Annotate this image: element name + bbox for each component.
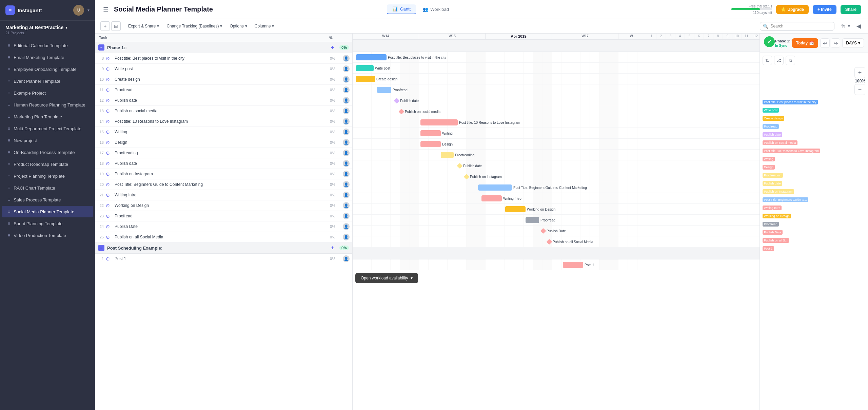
task-checkbox[interactable]: ⊙ — [106, 77, 113, 82]
add-task-button[interactable]: + — [100, 21, 110, 31]
right-panel-bar[interactable]: Proofreading — [763, 173, 783, 178]
right-panel-bar[interactable]: Publish on all S... — [763, 238, 789, 243]
task-name[interactable]: Post 1 — [113, 256, 325, 261]
gantt-bar[interactable] — [505, 206, 526, 212]
right-panel-bar[interactable]: Writing Intro — [763, 206, 782, 210]
sidebar-item-employee[interactable]: ≡Employee Onboarding Template — [2, 63, 93, 75]
right-panel-bar[interactable]: Publish date — [763, 132, 782, 137]
task-checkbox[interactable]: ⊙ — [106, 150, 113, 156]
gantt-bar[interactable] — [526, 217, 539, 223]
gantt-bar[interactable] — [420, 119, 458, 125]
task-assign[interactable]: 👤 — [340, 65, 352, 72]
share-button[interactable]: Share — [841, 5, 861, 14]
sidebar-item-social[interactable]: ≡Social Media Planner Template — [2, 206, 93, 217]
task-name[interactable]: Proofread — [113, 87, 325, 92]
sidebar-item-product[interactable]: ≡Product Roadmap Template — [2, 158, 93, 170]
right-panel-bar[interactable]: Post title: Best places to visit in the … — [763, 100, 818, 104]
right-panel-bar[interactable]: Create design — [763, 116, 784, 121]
right-panel-bar[interactable]: Publish on Instagram — [763, 189, 794, 194]
chevron-down-icon[interactable]: ▾ — [87, 8, 90, 13]
gantt-bar[interactable] — [377, 87, 391, 93]
task-checkbox[interactable]: ⊙ — [106, 213, 113, 219]
add-task-section-button[interactable]: + — [331, 44, 334, 51]
undo-button[interactable]: ↩ — [820, 38, 830, 48]
hamburger-button[interactable]: ☰ — [102, 4, 110, 15]
gantt-bar[interactable] — [441, 152, 454, 158]
sidebar-item-email[interactable]: ≡Email Marketing Template — [2, 52, 93, 63]
gantt-bar[interactable] — [563, 262, 583, 268]
task-name[interactable]: Post title: 10 Reasons to Love Instagram — [113, 119, 325, 124]
task-checkbox[interactable]: ⊙ — [106, 161, 113, 166]
avatar[interactable]: U — [73, 5, 84, 16]
change-tracking-button[interactable]: Change Tracking (Baselines) ▾ — [163, 22, 225, 30]
right-panel-bar[interactable]: Post title: 10 Reasons to Love Instagram — [763, 149, 820, 153]
task-checkbox[interactable]: ⊙ — [106, 256, 113, 261]
task-checkbox[interactable]: ⊙ — [106, 129, 113, 135]
right-panel-bar[interactable]: Write post — [763, 108, 779, 113]
add-task-section-button[interactable]: + — [331, 245, 334, 251]
task-name[interactable]: Write post — [113, 66, 325, 71]
sidebar-item-event[interactable]: ≡Event Planner Template — [2, 75, 93, 87]
right-panel-bar[interactable]: Post 1 — [763, 246, 774, 251]
back-arrow-button[interactable]: ◀ — [855, 21, 863, 31]
task-checkbox[interactable]: ⊙ — [106, 56, 113, 61]
task-assign[interactable]: 👤 — [340, 108, 352, 114]
task-assign[interactable]: 👤 — [340, 55, 352, 62]
gantt-bar[interactable] — [356, 76, 375, 82]
sidebar-item-project[interactable]: ≡Project Planning Template — [2, 170, 93, 182]
options-button[interactable]: Options ▾ — [226, 22, 250, 30]
gantt-bar[interactable] — [481, 195, 502, 201]
gantt-bar[interactable] — [356, 54, 387, 60]
task-checkbox[interactable]: ⊙ — [106, 182, 113, 187]
task-checkbox[interactable]: ⊙ — [106, 171, 113, 177]
right-panel-bar[interactable]: Publish on social media — [763, 140, 797, 145]
task-name[interactable]: Proofreading — [113, 151, 325, 155]
right-panel-bar[interactable]: Working on Design — [763, 214, 791, 218]
task-name[interactable]: Create design — [113, 77, 325, 82]
sidebar-item-hr[interactable]: ≡Human Resource Planning Template — [2, 99, 93, 111]
columns-button[interactable]: Columns ▾ — [251, 22, 277, 30]
sidebar-item-video[interactable]: ≡Video Production Template — [2, 230, 93, 241]
filter-button[interactable]: ⇅ — [763, 56, 772, 65]
task-assign[interactable]: 👤 — [340, 171, 352, 177]
task-assign[interactable]: 👤 — [340, 255, 352, 262]
right-panel-bar[interactable]: Publish date — [763, 181, 782, 186]
task-name[interactable]: Writing Intro — [113, 193, 325, 197]
right-panel-bar[interactable]: Publish Date — [763, 230, 783, 235]
task-name[interactable]: Post Title: Beginners Guide to Content M… — [113, 182, 325, 187]
workload-bar[interactable]: Open workload availability ▾ — [355, 273, 418, 283]
task-assign[interactable]: 👤 — [340, 139, 352, 146]
right-panel-bar[interactable]: Design — [763, 165, 775, 170]
task-name[interactable]: Working on Design — [113, 203, 325, 208]
task-name[interactable]: Publish Date — [113, 224, 325, 229]
task-assign[interactable]: 👤 — [340, 202, 352, 209]
upgrade-button[interactable]: ⭐ Upgrade — [776, 5, 809, 14]
gantt-bar[interactable] — [356, 65, 374, 71]
task-assign[interactable]: 👤 — [340, 129, 352, 135]
right-panel-bar[interactable]: Proofread — [763, 222, 779, 227]
right-panel-bar[interactable]: Writing — [763, 157, 775, 161]
task-checkbox[interactable]: ⊙ — [106, 224, 113, 229]
right-panel-bar[interactable]: Proofread — [763, 124, 779, 129]
sidebar-item-sales[interactable]: ≡Sales Process Template — [2, 194, 93, 206]
copy-button[interactable]: ⧉ — [786, 56, 795, 65]
invite-button[interactable]: + Invite — [813, 5, 836, 14]
task-name[interactable]: Publish date — [113, 98, 325, 103]
task-name[interactable]: Design — [113, 140, 325, 145]
task-name[interactable]: Writing — [113, 130, 325, 134]
gantt-bar[interactable] — [420, 141, 441, 147]
task-assign[interactable]: 👤 — [340, 192, 352, 198]
sidebar-item-multi[interactable]: ≡Multi-Department Project Template — [2, 123, 93, 134]
task-checkbox[interactable]: ⊙ — [106, 234, 113, 240]
task-assign[interactable]: 👤 — [340, 234, 352, 240]
tab-gantt[interactable]: 📊 Gantt — [387, 4, 416, 14]
sidebar-item-sprint[interactable]: ≡Sprint Planning Template — [2, 218, 93, 229]
task-name[interactable]: Post title: Best places to visit in the … — [113, 56, 325, 61]
gantt-bar[interactable] — [478, 184, 512, 191]
zoom-out-button[interactable]: − — [854, 84, 865, 95]
task-name[interactable]: Publish date — [113, 161, 325, 166]
task-assign[interactable]: 👤 — [340, 181, 352, 188]
task-name[interactable]: Publish on social media — [113, 109, 325, 113]
sidebar-item-example[interactable]: ≡Example Project — [2, 87, 93, 99]
task-assign[interactable]: 👤 — [340, 76, 352, 83]
